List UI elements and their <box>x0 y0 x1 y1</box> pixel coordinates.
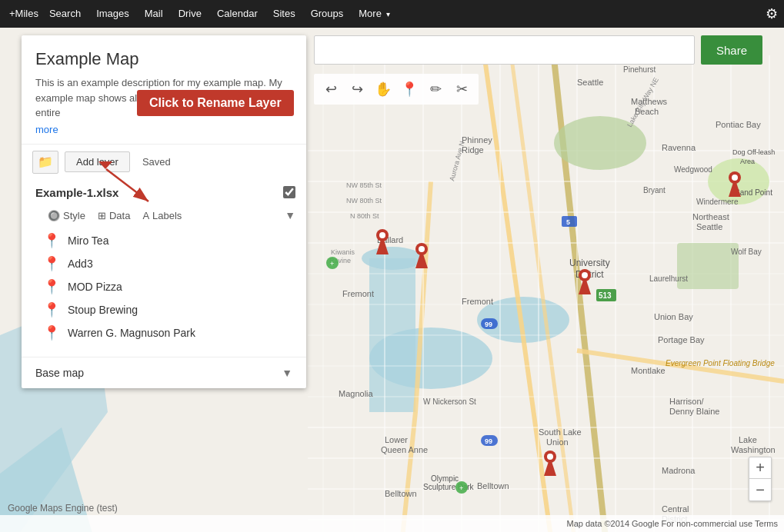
watermark-text: Google Maps Engine (test) <box>8 503 118 514</box>
base-map-section: Base map ▼ <box>22 357 306 388</box>
svg-text:Area: Area <box>740 158 755 165</box>
brand-plus[interactable]: +Miles <box>6 0 42 28</box>
svg-text:Belltown: Belltown <box>385 489 417 498</box>
svg-text:Madrona: Madrona <box>662 466 696 475</box>
layer-options-dropdown[interactable]: ▼ <box>285 209 295 221</box>
svg-text:Union Bay: Union Bay <box>654 312 693 321</box>
more-arrow-icon: ▾ <box>386 10 390 18</box>
svg-text:Kiwanis: Kiwanis <box>331 248 355 256</box>
base-map-label: Base map <box>35 367 282 379</box>
nav-images[interactable]: Images <box>88 0 137 28</box>
nav-groups[interactable]: Groups <box>303 0 352 28</box>
svg-text:Ridge: Ridge <box>462 145 484 155</box>
svg-text:513: 513 <box>599 291 612 300</box>
nav-search[interactable]: Search <box>42 0 88 28</box>
map-toolbar: ↩ ↪ ✋ 📍 ✏ ✂ <box>314 74 479 105</box>
undo-button[interactable]: ↩ <box>319 77 343 101</box>
svg-text:Lake: Lake <box>739 435 757 444</box>
nav-sites[interactable]: Sites <box>265 0 303 28</box>
svg-text:Belltown: Belltown <box>477 481 509 490</box>
nav-drive[interactable]: Drive <box>171 0 209 28</box>
folder-button[interactable]: 📁 <box>32 151 58 174</box>
data-icon: ⊞ <box>98 210 106 221</box>
layer-section: Example-1.xlsx Click to Rename Layer <box>22 180 306 357</box>
svg-text:Montlake: Montlake <box>631 366 666 375</box>
svg-text:NW 80th St: NW 80th St <box>346 197 382 204</box>
copyright-text: Map data ©2014 Google For non-commercial… <box>567 519 778 528</box>
svg-text:Olympic: Olympic <box>431 474 459 483</box>
more-label: More <box>359 8 382 19</box>
layer-name[interactable]: Example-1.xlsx <box>35 186 283 199</box>
svg-text:Wolf Bay: Wolf Bay <box>731 248 762 256</box>
pin-icon: 📍 <box>43 280 60 294</box>
zoom-out-button[interactable]: − <box>749 479 771 500</box>
draw-tool-button[interactable]: ✏ <box>423 77 448 101</box>
pin-icon: 📍 <box>43 234 60 248</box>
svg-line-119 <box>106 169 148 201</box>
svg-text:Pontiac Bay: Pontiac Bay <box>716 120 761 129</box>
place-item-miro-tea[interactable]: 📍 Miro Tea <box>43 229 306 252</box>
marker-tool-button[interactable]: 📍 <box>397 77 422 101</box>
tooltip-arrow-icon <box>98 161 112 169</box>
redo-button[interactable]: ↪ <box>345 77 369 101</box>
svg-text:Fremont: Fremont <box>462 297 493 306</box>
svg-text:Phinney: Phinney <box>462 135 492 145</box>
more-link[interactable]: more <box>35 124 58 135</box>
layer-checkbox[interactable] <box>283 186 295 198</box>
svg-text:Union: Union <box>546 437 569 447</box>
svg-point-113 <box>547 454 553 460</box>
place-name: Miro Tea <box>68 234 108 247</box>
place-item-warren-magnuson[interactable]: 📍 Warren G. Magnuson Park <box>43 321 306 344</box>
svg-text:University: University <box>569 258 610 268</box>
svg-text:Central: Central <box>662 504 689 514</box>
sidebar-panel: Example Map This is an example descripti… <box>22 35 306 388</box>
nav-calendar[interactable]: Calendar <box>209 0 265 28</box>
nav-mail[interactable]: Mail <box>137 0 171 28</box>
svg-text:Laurelhurst: Laurelhurst <box>649 274 688 283</box>
svg-text:Windermere: Windermere <box>696 198 739 206</box>
style-icon: 🔘 <box>48 210 60 221</box>
svg-point-107 <box>582 272 588 278</box>
arrow-pointer-svg <box>106 169 152 208</box>
cut-tool-button[interactable]: ✂ <box>449 77 474 101</box>
svg-text:Harrison/: Harrison/ <box>669 397 705 406</box>
svg-text:South Lake: South Lake <box>539 427 582 437</box>
svg-text:Fremont: Fremont <box>342 289 374 298</box>
svg-text:Lower: Lower <box>385 435 408 444</box>
pin-icon: 📍 <box>43 326 60 340</box>
svg-text:Dog Off-leash: Dog Off-leash <box>732 148 775 156</box>
map-area: Ballard University District Phinney Ridg… <box>0 28 784 532</box>
svg-text:NW 85th St: NW 85th St <box>346 181 382 189</box>
svg-text:Ravenna: Ravenna <box>662 143 696 152</box>
nav-more[interactable]: More ▾ <box>351 0 397 28</box>
svg-text:+: + <box>330 260 334 268</box>
bottom-bar: Map data ©2014 Google For non-commercial… <box>0 515 784 532</box>
labels-icon: A <box>142 210 149 221</box>
pan-tool-button[interactable]: ✋ <box>371 77 395 101</box>
saved-status: Saved <box>142 156 171 168</box>
tab-style[interactable]: 🔘 Style <box>43 208 90 223</box>
search-share-bar: Share <box>314 35 762 65</box>
svg-text:Bryant: Bryant <box>643 186 666 195</box>
share-button[interactable]: Share <box>701 35 762 65</box>
tab-labels[interactable]: A Labels <box>138 208 186 223</box>
svg-text:99: 99 <box>485 321 492 328</box>
gear-icon[interactable]: ⚙ <box>766 5 778 22</box>
svg-text:Evergreen Point Floating Bridg: Evergreen Point Floating Bridge <box>666 359 775 367</box>
svg-point-104 <box>419 246 425 252</box>
place-item-mod-pizza[interactable]: 📍 MOD Pizza <box>43 275 306 298</box>
base-map-dropdown[interactable]: ▼ <box>282 367 292 379</box>
rename-tooltip: Click to Rename Layer <box>137 90 294 116</box>
place-item-add3[interactable]: 📍 Add3 <box>43 252 306 275</box>
search-input[interactable] <box>314 35 695 65</box>
zoom-in-button[interactable]: + <box>749 457 771 479</box>
svg-text:Pinehurst: Pinehurst <box>623 65 656 74</box>
svg-point-4 <box>362 247 423 270</box>
tab-data[interactable]: ⊞ Data <box>93 208 135 223</box>
place-item-stoup-brewing[interactable]: 📍 Stoup Brewing <box>43 298 306 321</box>
svg-text:Seattle: Seattle <box>696 222 722 231</box>
svg-text:Portage Bay: Portage Bay <box>658 335 705 344</box>
tab-labels-label: Labels <box>152 210 182 221</box>
svg-text:Queen Anne: Queen Anne <box>381 445 428 454</box>
google-maps-watermark: Google Maps Engine (test) <box>8 502 118 514</box>
